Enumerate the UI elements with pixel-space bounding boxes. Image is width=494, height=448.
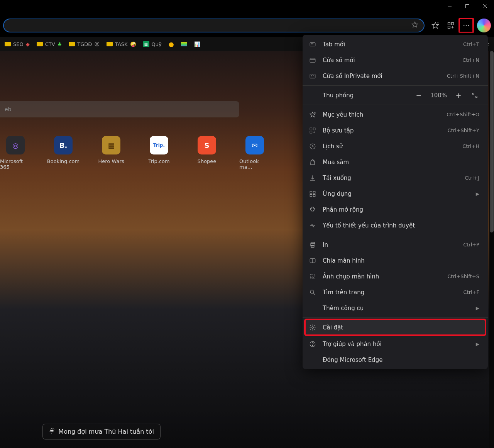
bookmark-item[interactable]: TASK 🤪 — [107, 41, 136, 47]
svg-point-18 — [312, 43, 312, 44]
tab-icon — [309, 41, 316, 48]
quick-link[interactable]: B. Booking.com — [48, 136, 79, 170]
menu-item-gear[interactable]: Cài đặt — [305, 319, 486, 335]
quicklink-icon: S — [198, 136, 216, 154]
copilot-icon[interactable] — [477, 19, 491, 32]
bookmark-label: Quỹ — [152, 41, 162, 47]
star-icon[interactable] — [411, 21, 418, 30]
none-icon — [309, 356, 316, 363]
weather-card[interactable]: ☔ Mong đợi mưa Thứ Hai tuần tới — [42, 424, 161, 440]
menu-item-tab[interactable]: Tab mớiCtrl+T — [303, 36, 488, 52]
quicklink-icon: ▦ — [102, 136, 120, 154]
menu-item-split[interactable]: Chia màn hình — [303, 253, 488, 268]
gear-icon — [309, 324, 316, 331]
vertical-scrollbar[interactable] — [489, 51, 494, 448]
menu-label: Cửa sổ InPrivate mới — [323, 73, 441, 80]
svg-rect-28 — [310, 128, 312, 130]
menu-item-extension[interactable]: Phần mở rộng — [303, 202, 488, 217]
search-placeholder: eb — [5, 106, 12, 112]
svg-point-17 — [311, 43, 311, 44]
find-icon — [309, 289, 316, 296]
menu-label: Thu phóng — [309, 92, 414, 99]
menu-shortcut: Ctrl+Shift+Y — [448, 127, 479, 133]
menu-shortcut: Ctrl+Shift+N — [447, 73, 479, 79]
none-icon — [309, 305, 316, 312]
favorites-icon[interactable] — [428, 18, 443, 33]
zoom-value: 100% — [430, 92, 447, 99]
quick-link[interactable]: ◎ Microsoft 365 — [0, 136, 31, 170]
menu-shortcut: Ctrl+Shift+O — [447, 112, 479, 117]
bookmark-item[interactable]: TGDĐ 😵 — [69, 41, 100, 47]
menu-separator — [303, 317, 488, 318]
menu-label: Lịch sử — [323, 143, 456, 150]
menu-item-help[interactable]: Trợ giúp và phản hồi▶ — [303, 336, 488, 352]
quicklink-icon: ◎ — [6, 136, 25, 154]
menu-label: In — [323, 241, 457, 248]
menu-item-inprivate[interactable]: Cửa sổ InPrivate mớiCtrl+Shift+N — [303, 68, 488, 84]
svg-marker-5 — [432, 22, 439, 29]
svg-line-47 — [313, 293, 315, 295]
history-icon — [309, 143, 316, 150]
menu-separator — [303, 85, 488, 86]
svg-line-24 — [475, 96, 477, 98]
menu-item-history[interactable]: Lịch sửCtrl+H — [303, 138, 488, 154]
menu-separator — [303, 105, 488, 105]
close-button[interactable] — [476, 0, 494, 12]
split-icon — [309, 257, 316, 264]
svg-rect-10 — [448, 26, 450, 29]
quick-link[interactable]: S Shopee — [191, 136, 222, 170]
menu-label: Chia màn hình — [323, 257, 479, 264]
menu-item-none[interactable]: Thêm công cụ▶ — [303, 300, 488, 316]
chevron-right-icon: ▶ — [476, 305, 479, 311]
svg-point-19 — [313, 43, 313, 44]
extension-icon — [309, 206, 316, 213]
quick-link[interactable]: ▦ Hero Wars — [96, 136, 127, 170]
window-icon — [309, 57, 316, 64]
svg-rect-29 — [313, 128, 315, 130]
bookmark-label: CTV — [45, 41, 55, 47]
more-menu-button[interactable] — [458, 18, 474, 33]
menu-item-collections[interactable]: Bộ sưu tậpCtrl+Shift+Y — [303, 122, 488, 138]
svg-point-13 — [464, 25, 465, 26]
menu-label: Ảnh chụp màn hình — [323, 273, 441, 280]
menu-item-apps[interactable]: Ứng dụng▶ — [303, 186, 488, 202]
menu-item-download[interactable]: Tải xuốngCtrl+J — [303, 170, 488, 186]
menu-shortcut: Ctrl+H — [462, 143, 479, 149]
quick-link[interactable]: Trip. Trip.com — [144, 136, 174, 170]
menu-shortcut: Ctrl+Shift+S — [447, 273, 479, 279]
menu-item-none[interactable]: Đóng Microsoft Edge — [303, 352, 488, 368]
minimize-button[interactable] — [441, 0, 458, 12]
search-input[interactable]: eb — [0, 101, 239, 117]
quick-link[interactable]: ✉ Outlook ma… — [239, 136, 270, 170]
address-bar[interactable] — [3, 19, 425, 32]
svg-rect-8 — [448, 23, 450, 25]
performance-icon — [309, 222, 316, 229]
menu-item-shopping[interactable]: Mua sắm — [303, 154, 488, 170]
svg-rect-30 — [310, 131, 312, 133]
bookmark-item[interactable]: SEO ◆ — [5, 41, 30, 47]
fullscreen-button[interactable] — [470, 91, 479, 100]
scroll-thumb[interactable] — [490, 51, 494, 232]
menu-item-print[interactable]: InCtrl+P — [303, 237, 488, 253]
zoom-out-button[interactable]: − — [414, 91, 423, 100]
menu-item-window[interactable]: Cửa sổ mớiCtrl+N — [303, 52, 488, 68]
app-menu: Tab mớiCtrl+TCửa sổ mớiCtrl+NCửa sổ InPr… — [303, 35, 488, 369]
collections-icon[interactable] — [443, 18, 458, 33]
menu-label: Ứng dụng — [323, 190, 470, 197]
menu-shortcut: Ctrl+T — [463, 41, 479, 47]
menu-label: Yếu tố thiết yếu của trình duyệt — [323, 222, 479, 229]
menu-item-find[interactable]: Tìm trên trangCtrl+F — [303, 284, 488, 300]
bookmark-item[interactable]: 📊 — [194, 41, 200, 47]
zoom-in-button[interactable]: + — [454, 91, 463, 100]
menu-item-performance[interactable]: Yếu tố thiết yếu của trình duyệt — [303, 217, 488, 233]
menu-item-screenshot[interactable]: Ảnh chụp màn hìnhCtrl+Shift+S — [303, 268, 488, 284]
bookmark-item[interactable]: CTV ♣ — [37, 41, 62, 47]
menu-item-star[interactable]: Mục yêu thíchCtrl+Shift+O — [303, 107, 488, 122]
quicklink-icon: ✉ — [245, 136, 264, 154]
shopping-icon — [309, 159, 316, 166]
bookmark-item[interactable]: ▦ Quỹ — [143, 41, 162, 47]
bookmark-item[interactable]: ● — [169, 41, 174, 48]
maximize-button[interactable] — [458, 0, 476, 12]
bookmark-item[interactable] — [181, 42, 187, 46]
print-icon — [309, 241, 316, 248]
